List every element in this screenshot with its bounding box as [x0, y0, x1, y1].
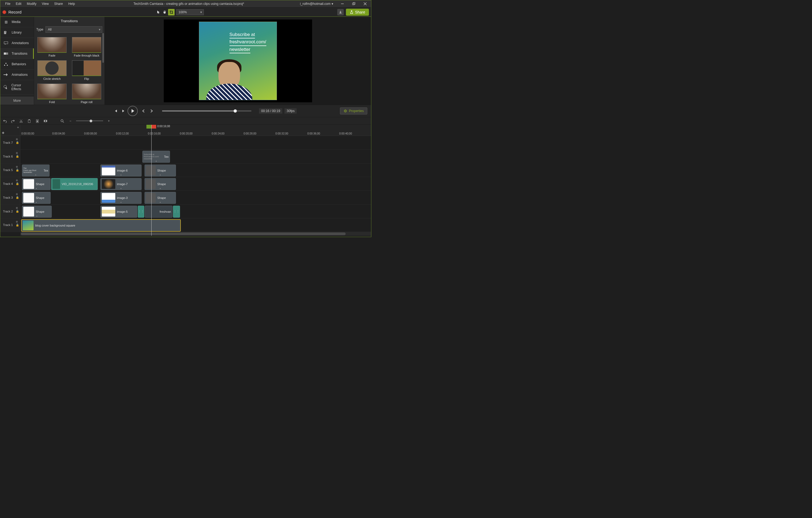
scrollbar-thumb[interactable] [21, 232, 346, 235]
clip-shape[interactable]: Shape ▴ [22, 206, 52, 218]
track-content[interactable]: Shape ▴ image-3 ▴ Shape ▴ [20, 191, 371, 204]
download-button[interactable] [337, 9, 344, 16]
track-lock-icon[interactable]: 🔒 [16, 141, 19, 144]
clip-shape[interactable]: Shape ▴ [145, 178, 176, 190]
menu-help[interactable]: Help [65, 1, 78, 7]
clip-transition[interactable]: ⋮⋮ [173, 206, 180, 218]
menu-modify[interactable]: Modify [24, 1, 39, 7]
sidebar-tab-media[interactable]: ▥ Media [0, 17, 34, 27]
zoom-in-button[interactable]: + [106, 118, 111, 123]
prev-marker-button[interactable] [141, 108, 147, 114]
marker-toggle-icon[interactable]: ◆ [2, 131, 4, 135]
redo-button[interactable] [10, 118, 16, 123]
track-content[interactable]: Shape ▴ image-5 ⋮⋮ freshvan ⋮⋮ [20, 205, 371, 218]
split-button[interactable] [43, 118, 48, 123]
menu-file[interactable]: File [2, 1, 13, 7]
paste-button[interactable] [35, 118, 40, 123]
clip-shape[interactable]: Shape ▴ [22, 178, 51, 190]
canvas-content[interactable]: Subscribe at freshvanroot.com/ newslette… [199, 22, 277, 100]
track-visibility-icon[interactable]: ◉ [16, 165, 19, 168]
track-lock-icon[interactable]: 🔒 [16, 224, 19, 227]
track-header[interactable]: Track 1 ◉🔒 [0, 219, 20, 232]
prev-frame-button[interactable] [112, 108, 119, 114]
track-visibility-icon[interactable]: ◉ [16, 138, 19, 141]
seek-thumb[interactable] [234, 109, 237, 113]
transition-item-fade-through-black[interactable]: Fade through black [71, 37, 102, 57]
play-button[interactable] [127, 106, 138, 116]
sidebar-tab-animations[interactable]: Animations [0, 69, 34, 80]
zoom-out-button[interactable]: − [68, 118, 73, 123]
transition-item-page-roll[interactable]: Page roll [71, 84, 102, 104]
crop-tool[interactable] [168, 9, 175, 16]
track-lock-icon[interactable]: 🔒 [16, 182, 19, 185]
menu-share[interactable]: Share [52, 1, 65, 7]
transition-item-flip[interactable]: Flip [71, 60, 102, 80]
select-tool[interactable] [155, 9, 162, 16]
transition-item-circle-stretch[interactable]: Circle stretch [36, 60, 68, 80]
track-content[interactable]: Subscribe atfreshvanroot.com/newsletter … [20, 150, 371, 163]
record-button[interactable]: Record [2, 10, 21, 15]
next-marker-button[interactable] [148, 108, 154, 114]
track-content[interactable]: blog cover background square [20, 219, 371, 232]
clip-shape[interactable]: Shape ▴ [145, 165, 176, 176]
clip-shape[interactable]: Shape ▴ [145, 192, 176, 204]
track-visibility-icon[interactable]: ◉ [16, 179, 19, 181]
undo-button[interactable] [2, 118, 7, 123]
clip-transition[interactable]: ⋮⋮ [138, 206, 144, 218]
clip-video[interactable]: freshvan [145, 206, 172, 218]
sidebar-tab-cursor-effects[interactable]: Cursor Effects [0, 80, 34, 94]
scrollbar-thumb[interactable] [102, 33, 104, 63]
maximize-button[interactable] [350, 1, 357, 6]
zoom-dropdown[interactable]: 100% [176, 9, 204, 15]
minimize-button[interactable] [339, 1, 346, 6]
transition-item-fold[interactable]: Fold [36, 84, 68, 104]
track-lock-icon[interactable]: 🔒 [16, 155, 19, 158]
track-header[interactable]: Track 7 ◉🔒 [0, 136, 20, 149]
track-lock-icon[interactable]: 🔒 [16, 210, 19, 213]
clip-image[interactable]: image-5 [100, 206, 137, 218]
clip-text[interactable]: The Fresh van Root Newsletter Tex ▴ [22, 165, 50, 176]
user-account-dropdown[interactable]: i_rolfm@hotmail.com ▾ [300, 2, 333, 6]
sidebar-tab-annotations[interactable]: Annotations [0, 38, 34, 49]
track-visibility-icon[interactable]: ◉ [16, 151, 19, 154]
clip-video[interactable]: VID_20191218_090206 [51, 178, 98, 190]
track-header[interactable]: Track 5 ◉🔒 [0, 164, 20, 177]
timeline-zoom-slider[interactable] [76, 120, 103, 121]
sidebar-tab-transitions[interactable]: Transitions [0, 49, 34, 59]
cut-button[interactable] [19, 118, 24, 123]
properties-button[interactable]: Properties [340, 108, 367, 114]
track-header[interactable]: Track 2 ◉🔒 [0, 205, 20, 218]
track-header[interactable]: Track 6 ◉🔒 [0, 150, 20, 163]
track-content[interactable] [20, 136, 371, 149]
track-content[interactable]: Shape ▴ VID_20191218_090206 image-7 ▴ Sh… [20, 177, 371, 191]
type-dropdown[interactable]: All [46, 26, 102, 33]
sidebar-tab-behaviors[interactable]: Behaviors [0, 59, 34, 69]
seek-bar[interactable] [162, 110, 252, 112]
track-header[interactable]: Track 4 ◉🔒 [0, 177, 20, 191]
canvas-text-overlay[interactable]: Subscribe at freshvanroot.com/ newslette… [230, 31, 266, 54]
menu-edit[interactable]: Edit [13, 1, 24, 7]
canvas[interactable]: Subscribe at freshvanroot.com/ newslette… [164, 20, 312, 102]
clip-background[interactable]: blog cover background square [21, 220, 180, 231]
track-lock-icon[interactable]: 🔒 [16, 196, 19, 199]
close-button[interactable] [361, 1, 369, 6]
clip-image[interactable]: image-6 ▴ [100, 165, 142, 176]
track-content[interactable]: The Fresh van Root Newsletter Tex ▴ imag… [20, 164, 371, 177]
clip-shape[interactable]: Shape ▴ [22, 192, 51, 204]
track-lock-icon[interactable]: 🔒 [16, 169, 19, 172]
sidebar-tab-library[interactable]: Library [0, 27, 34, 38]
track-visibility-icon[interactable]: ◉ [16, 220, 19, 223]
track-header[interactable]: Track 3 ◉🔒 [0, 191, 20, 204]
step-forward-button[interactable] [120, 108, 126, 114]
zoom-slider-thumb[interactable] [90, 120, 92, 122]
copy-button[interactable] [27, 118, 32, 123]
clip-image[interactable]: image-7 ▴ [100, 178, 142, 190]
menu-view[interactable]: View [39, 1, 52, 7]
timeline-horizontal-scrollbar[interactable] [20, 232, 371, 236]
transitions-scrollbar[interactable] [102, 33, 104, 104]
timeline-ruler[interactable]: 0:00:16;08 0:00:00;00 0:00:04;00 0:00:08… [20, 125, 371, 136]
clip-text[interactable]: Subscribe atfreshvanroot.com/newsletter … [142, 151, 170, 163]
track-visibility-icon[interactable]: ◉ [16, 193, 19, 195]
transition-item-fade[interactable]: Fade [36, 37, 68, 57]
track-visibility-icon[interactable]: ◉ [16, 206, 19, 209]
